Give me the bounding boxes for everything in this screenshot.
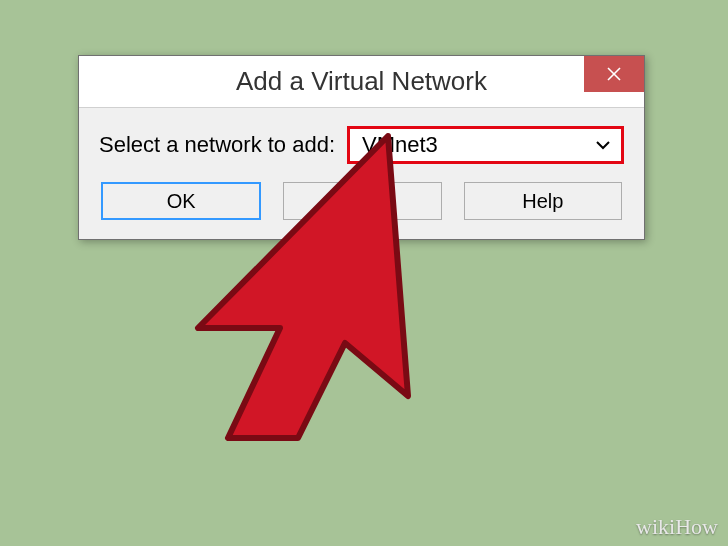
network-select-label: Select a network to add: [99,132,335,158]
dropdown-value: VMnet3 [362,132,438,158]
dialog-content: Select a network to add: VMnet3 OK Cance… [79,108,644,220]
network-dropdown[interactable]: VMnet3 [347,126,624,164]
chevron-down-icon [595,140,611,150]
close-button[interactable] [584,56,644,92]
button-row: OK Cancel Help [99,182,624,220]
network-select-row: Select a network to add: VMnet3 [99,126,624,164]
titlebar: Add a Virtual Network [79,56,644,108]
add-virtual-network-dialog: Add a Virtual Network Select a network t… [78,55,645,240]
watermark: wikiHow [636,514,718,540]
close-icon [607,67,621,81]
dialog-title: Add a Virtual Network [79,66,644,97]
ok-button[interactable]: OK [101,182,261,220]
help-button[interactable]: Help [464,182,622,220]
cancel-button[interactable]: Cancel [283,182,441,220]
